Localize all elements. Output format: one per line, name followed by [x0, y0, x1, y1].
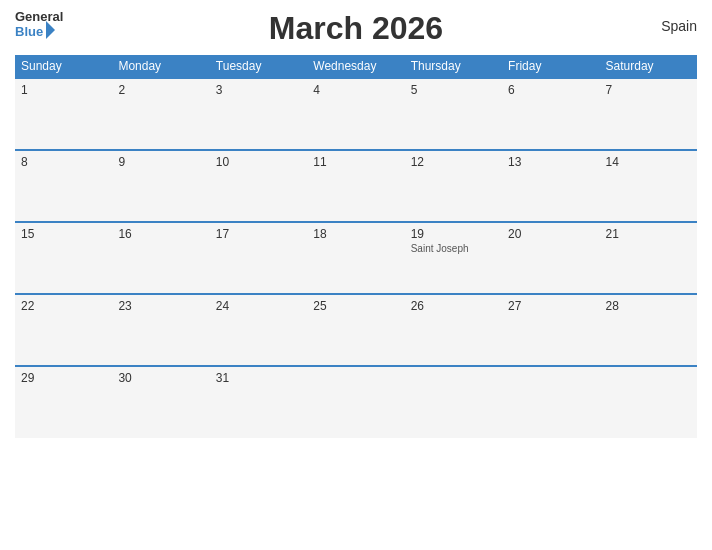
calendar-cell: 3 — [210, 78, 307, 150]
header: General Blue March 2026 Spain — [15, 10, 697, 47]
col-monday: Monday — [112, 55, 209, 78]
day-number: 8 — [21, 155, 106, 169]
calendar-cell: 29 — [15, 366, 112, 438]
day-number: 18 — [313, 227, 398, 241]
day-number: 11 — [313, 155, 398, 169]
calendar-cell: 31 — [210, 366, 307, 438]
days-header-row: Sunday Monday Tuesday Wednesday Thursday… — [15, 55, 697, 78]
day-number: 21 — [606, 227, 691, 241]
col-friday: Friday — [502, 55, 599, 78]
day-number: 28 — [606, 299, 691, 313]
calendar-cell — [307, 366, 404, 438]
day-number: 2 — [118, 83, 203, 97]
calendar-cell: 24 — [210, 294, 307, 366]
day-number: 7 — [606, 83, 691, 97]
logo-blue-text: Blue — [15, 23, 55, 39]
day-number: 27 — [508, 299, 593, 313]
day-number: 5 — [411, 83, 496, 97]
calendar-cell: 11 — [307, 150, 404, 222]
calendar-table: Sunday Monday Tuesday Wednesday Thursday… — [15, 55, 697, 438]
calendar-cell: 28 — [600, 294, 697, 366]
day-number: 1 — [21, 83, 106, 97]
day-number: 24 — [216, 299, 301, 313]
calendar-cell: 4 — [307, 78, 404, 150]
col-sunday: Sunday — [15, 55, 112, 78]
calendar-cell: 16 — [112, 222, 209, 294]
calendar-cell: 27 — [502, 294, 599, 366]
day-number: 12 — [411, 155, 496, 169]
day-number: 10 — [216, 155, 301, 169]
day-number: 15 — [21, 227, 106, 241]
week-row-2: 891011121314 — [15, 150, 697, 222]
calendar-cell: 30 — [112, 366, 209, 438]
logo: General Blue — [15, 10, 63, 39]
calendar-cell: 9 — [112, 150, 209, 222]
col-thursday: Thursday — [405, 55, 502, 78]
calendar-cell — [405, 366, 502, 438]
day-number: 29 — [21, 371, 106, 385]
calendar-cell: 1 — [15, 78, 112, 150]
calendar-cell: 18 — [307, 222, 404, 294]
calendar-cell: 17 — [210, 222, 307, 294]
day-number: 14 — [606, 155, 691, 169]
calendar-cell: 5 — [405, 78, 502, 150]
week-row-3: 1516171819Saint Joseph2021 — [15, 222, 697, 294]
calendar-cell: 23 — [112, 294, 209, 366]
day-number: 20 — [508, 227, 593, 241]
country-label: Spain — [661, 18, 697, 34]
event-label: Saint Joseph — [411, 243, 496, 254]
day-number: 6 — [508, 83, 593, 97]
day-number: 26 — [411, 299, 496, 313]
calendar-cell: 12 — [405, 150, 502, 222]
day-number: 9 — [118, 155, 203, 169]
logo-general-text: General — [15, 10, 63, 23]
calendar-cell: 22 — [15, 294, 112, 366]
calendar-cell: 13 — [502, 150, 599, 222]
calendar-cell: 8 — [15, 150, 112, 222]
week-row-1: 1234567 — [15, 78, 697, 150]
calendar-cell: 25 — [307, 294, 404, 366]
day-number: 17 — [216, 227, 301, 241]
day-number: 25 — [313, 299, 398, 313]
calendar-cell: 6 — [502, 78, 599, 150]
calendar-cell: 20 — [502, 222, 599, 294]
page: General Blue March 2026 Spain Sunday Mon… — [0, 0, 712, 550]
calendar-cell: 21 — [600, 222, 697, 294]
calendar-cell: 26 — [405, 294, 502, 366]
day-number: 23 — [118, 299, 203, 313]
logo-triangle-icon — [46, 21, 55, 39]
week-row-4: 22232425262728 — [15, 294, 697, 366]
col-wednesday: Wednesday — [307, 55, 404, 78]
day-number: 31 — [216, 371, 301, 385]
calendar-cell: 15 — [15, 222, 112, 294]
calendar-cell — [600, 366, 697, 438]
calendar-cell — [502, 366, 599, 438]
day-number: 22 — [21, 299, 106, 313]
calendar-cell: 14 — [600, 150, 697, 222]
calendar-title: March 2026 — [269, 10, 443, 47]
day-number: 4 — [313, 83, 398, 97]
day-number: 13 — [508, 155, 593, 169]
day-number: 3 — [216, 83, 301, 97]
calendar-cell: 7 — [600, 78, 697, 150]
col-saturday: Saturday — [600, 55, 697, 78]
calendar-cell: 19Saint Joseph — [405, 222, 502, 294]
day-number: 16 — [118, 227, 203, 241]
col-tuesday: Tuesday — [210, 55, 307, 78]
calendar-cell: 10 — [210, 150, 307, 222]
week-row-5: 293031 — [15, 366, 697, 438]
day-number: 30 — [118, 371, 203, 385]
day-number: 19 — [411, 227, 496, 241]
calendar-cell: 2 — [112, 78, 209, 150]
